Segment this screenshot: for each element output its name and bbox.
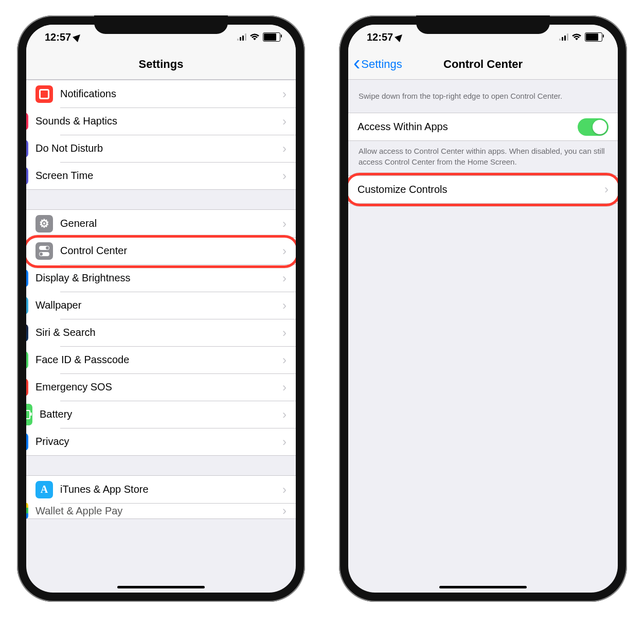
customize-controls-row[interactable]: Customize Controls › xyxy=(348,176,618,203)
settings-row-face-id-passcode[interactable]: Face ID & Passcode› xyxy=(26,346,296,373)
row-label: Do Not Disturb xyxy=(35,142,282,154)
chevron-right-icon: › xyxy=(282,435,287,449)
notif-icon xyxy=(35,85,53,103)
sound-icon xyxy=(26,113,28,130)
settings-group-1: Notifications›Sounds & Haptics›Do Not Di… xyxy=(26,80,296,190)
chevron-right-icon: › xyxy=(282,217,287,231)
phone-right: 12:57 Settings Control Center Swipe down… xyxy=(339,15,627,602)
bat-icon xyxy=(26,404,32,425)
astore-icon xyxy=(35,481,53,498)
toggle-footer: Allow access to Control Center within ap… xyxy=(348,141,618,172)
chevron-right-icon: › xyxy=(282,244,287,258)
settings-row-screen-time[interactable]: Screen Time› xyxy=(26,162,296,189)
location-icon xyxy=(395,32,405,42)
battery-icon xyxy=(585,32,602,42)
row-label: Face ID & Passcode xyxy=(35,354,282,366)
control-center-content[interactable]: Swipe down from the top-right edge to op… xyxy=(348,80,618,593)
chevron-right-icon: › xyxy=(282,504,287,518)
row-label: Display & Brightness xyxy=(35,272,282,284)
row-label: Wallet & Apple Pay xyxy=(35,505,282,517)
settings-row-battery[interactable]: Battery› xyxy=(26,401,296,428)
home-indicator[interactable] xyxy=(439,586,527,588)
row-label: Wallpaper xyxy=(35,299,282,311)
row-label: General xyxy=(60,218,282,229)
aa-icon xyxy=(26,270,28,287)
status-left: 12:57 xyxy=(45,31,81,43)
chevron-right-icon: › xyxy=(282,353,287,367)
nav-bar: Settings xyxy=(26,49,296,80)
settings-list[interactable]: Notifications›Sounds & Haptics›Do Not Di… xyxy=(26,80,296,593)
battery-icon xyxy=(263,32,280,42)
screen-settings: 12:57 Settings Notifications›Sounds & Ha… xyxy=(26,25,296,593)
chevron-right-icon: › xyxy=(282,169,287,183)
screen-control-center: 12:57 Settings Control Center Swipe down… xyxy=(348,25,618,593)
gear-icon xyxy=(35,215,53,232)
chevron-right-icon: › xyxy=(282,298,287,313)
notch xyxy=(94,15,228,34)
moon-icon xyxy=(26,140,28,157)
settings-row-siri-search[interactable]: Siri & Search› xyxy=(26,319,296,346)
row-label: Sounds & Haptics xyxy=(35,115,282,127)
hour-icon xyxy=(26,167,28,185)
chevron-right-icon: › xyxy=(282,114,287,129)
customize-group: Customize Controls › xyxy=(348,175,618,204)
wifi-icon xyxy=(249,33,260,41)
status-time: 12:57 xyxy=(45,31,71,43)
row-label: Siri & Search xyxy=(35,327,282,338)
back-label: Settings xyxy=(361,58,402,71)
access-toggle[interactable] xyxy=(578,118,609,136)
cc-icon xyxy=(35,242,53,260)
settings-group-3: iTunes & App Store›Wallet & Apple Pay› xyxy=(26,475,296,519)
page-title: Control Center xyxy=(443,58,523,71)
access-group: Access Within Apps xyxy=(348,113,618,141)
row-label: Privacy xyxy=(35,436,282,448)
phone-left: 12:57 Settings Notifications›Sounds & Ha… xyxy=(17,15,305,602)
wallet-icon xyxy=(26,503,28,518)
siri-icon xyxy=(26,324,28,342)
settings-row-notifications[interactable]: Notifications› xyxy=(26,80,296,108)
chevron-right-icon: › xyxy=(282,326,287,340)
settings-row-sounds-haptics[interactable]: Sounds & Haptics› xyxy=(26,108,296,135)
settings-row-display-brightness[interactable]: Display & Brightness› xyxy=(26,264,296,292)
row-label: Access Within Apps xyxy=(357,121,578,133)
home-indicator[interactable] xyxy=(117,586,205,588)
wifi-icon xyxy=(571,33,582,41)
row-label: iTunes & App Store xyxy=(60,484,282,495)
row-label: Screen Time xyxy=(35,170,282,182)
row-label: Customize Controls xyxy=(357,184,604,195)
row-label: Battery xyxy=(40,408,282,420)
access-within-apps-row[interactable]: Access Within Apps xyxy=(348,113,618,140)
nav-bar: Settings Control Center xyxy=(348,49,618,80)
hint-text: Swipe down from the top-right edge to op… xyxy=(348,80,618,113)
sos-icon xyxy=(26,379,28,396)
settings-row-wallet-apple-pay[interactable]: Wallet & Apple Pay› xyxy=(26,503,296,518)
face-icon xyxy=(26,351,28,369)
status-time: 12:57 xyxy=(367,31,393,43)
settings-row-control-center[interactable]: Control Center› xyxy=(26,237,296,264)
chevron-right-icon: › xyxy=(282,380,287,395)
chevron-right-icon: › xyxy=(282,141,287,156)
settings-row-itunes-app-store[interactable]: iTunes & App Store› xyxy=(26,476,296,503)
status-right xyxy=(237,32,280,42)
row-label: Emergency SOS xyxy=(35,381,282,393)
chevron-right-icon: › xyxy=(604,182,609,196)
settings-row-privacy[interactable]: Privacy› xyxy=(26,428,296,455)
row-label: Control Center xyxy=(60,245,282,257)
cell-signal-icon xyxy=(237,33,246,41)
settings-row-do-not-disturb[interactable]: Do Not Disturb› xyxy=(26,135,296,162)
location-icon xyxy=(73,32,83,42)
settings-group-2: General›Control Center›Display & Brightn… xyxy=(26,209,296,456)
cell-signal-icon xyxy=(559,33,568,41)
settings-row-wallpaper[interactable]: Wallpaper› xyxy=(26,292,296,319)
notch xyxy=(416,15,550,34)
row-label: Notifications xyxy=(60,88,282,100)
flower-icon xyxy=(26,297,28,314)
page-title: Settings xyxy=(139,58,184,71)
chevron-right-icon: › xyxy=(282,407,287,422)
chevron-right-icon: › xyxy=(282,482,287,497)
status-left: 12:57 xyxy=(367,31,403,43)
back-button[interactable]: Settings xyxy=(353,58,402,71)
status-right xyxy=(559,32,602,42)
settings-row-emergency-sos[interactable]: Emergency SOS› xyxy=(26,373,296,401)
settings-row-general[interactable]: General› xyxy=(26,210,296,237)
